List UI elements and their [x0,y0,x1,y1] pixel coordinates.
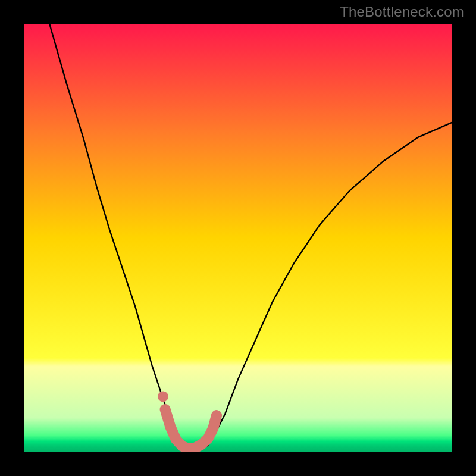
plot-area [24,24,452,452]
watermark-text: TheBottleneck.com [340,4,464,20]
marker-dot-icon [158,391,168,402]
chart-svg [24,24,452,452]
gradient-background [24,24,452,452]
chart-frame: TheBottleneck.com [0,0,476,476]
